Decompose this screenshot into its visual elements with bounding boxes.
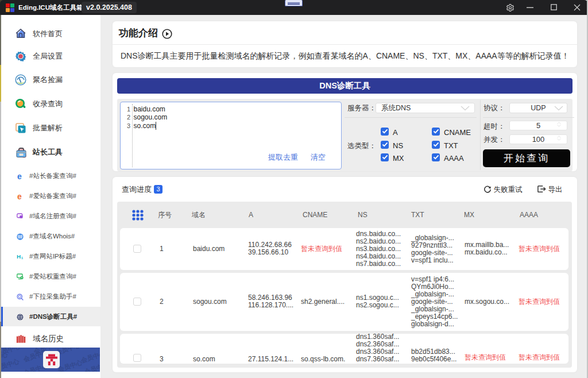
svg-text:会员中心: 会员中心 xyxy=(1,357,21,372)
svg-text:e: e xyxy=(17,193,22,200)
svg-text:H: H xyxy=(17,253,21,260)
svg-text:1: 1 xyxy=(21,256,24,260)
svg-text:e: e xyxy=(17,173,22,180)
svg-text:会员中心: 会员中心 xyxy=(56,358,83,372)
svg-text:会员中心: 会员中心 xyxy=(79,349,100,364)
